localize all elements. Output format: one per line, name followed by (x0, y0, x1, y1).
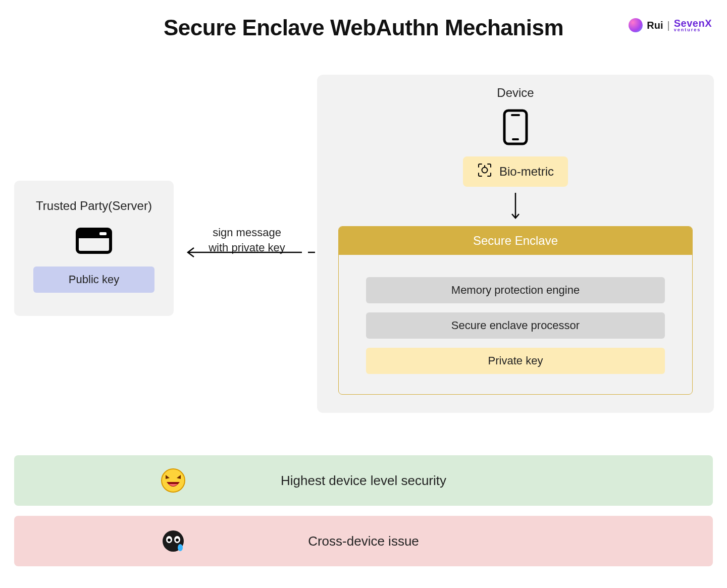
svg-point-11 (162, 469, 185, 492)
sevenx-logo-sub: ventures (674, 28, 701, 32)
arrow-label-line1: sign message (213, 226, 281, 239)
laughing-emoji-icon (161, 468, 186, 493)
sevenx-logo: SevenX ventures (674, 19, 712, 32)
server-icon (75, 227, 113, 256)
trusted-party-title: Trusted Party(Server) (36, 199, 152, 213)
author-avatar (629, 18, 643, 32)
page-title-row: Secure Enclave WebAuthn Mechanism (0, 15, 727, 40)
author-name: Rui (647, 20, 663, 31)
arrow-down-icon (510, 192, 521, 223)
footer: Highest device level security Cross-devi… (14, 455, 713, 566)
con-bar: Cross-device issue (14, 516, 713, 566)
svg-rect-2 (99, 232, 107, 235)
svg-point-15 (168, 539, 171, 542)
branding: Rui | SevenX ventures (629, 18, 712, 32)
sevenx-logo-main: SevenX (674, 19, 712, 28)
pro-bar: Highest device level security (14, 455, 713, 506)
phone-icon (503, 109, 528, 147)
branding-separator: | (667, 20, 670, 31)
svg-point-8 (482, 168, 487, 173)
secure-enclave-body: Memory protection engine Secure enclave … (339, 255, 692, 394)
device-panel: Device Bio-metric Secure Enclave Memory … (317, 75, 714, 413)
trusted-party-panel: Trusted Party(Server) Public key (14, 181, 174, 316)
secure-enclave-header: Secure Enclave (339, 227, 692, 255)
con-label: Cross-device issue (308, 533, 419, 549)
device-title: Device (497, 86, 534, 100)
enclave-processor-row: Secure enclave processor (366, 312, 665, 339)
svg-point-16 (176, 539, 179, 542)
arrow-left-icon (179, 246, 315, 258)
svg-point-17 (178, 544, 183, 551)
sad-emoji-icon (161, 528, 186, 554)
biometric-badge: Bio-metric (463, 156, 568, 187)
memory-protection-row: Memory protection engine (366, 277, 665, 303)
biometric-label: Bio-metric (499, 165, 554, 179)
secure-enclave-box: Secure Enclave Memory protection engine … (338, 226, 693, 395)
page-title: Secure Enclave WebAuthn Mechanism (0, 15, 727, 40)
public-key-badge: Public key (33, 266, 154, 293)
face-id-icon (477, 163, 492, 181)
pro-label: Highest device level security (281, 473, 446, 489)
private-key-row: Private key (366, 348, 665, 374)
